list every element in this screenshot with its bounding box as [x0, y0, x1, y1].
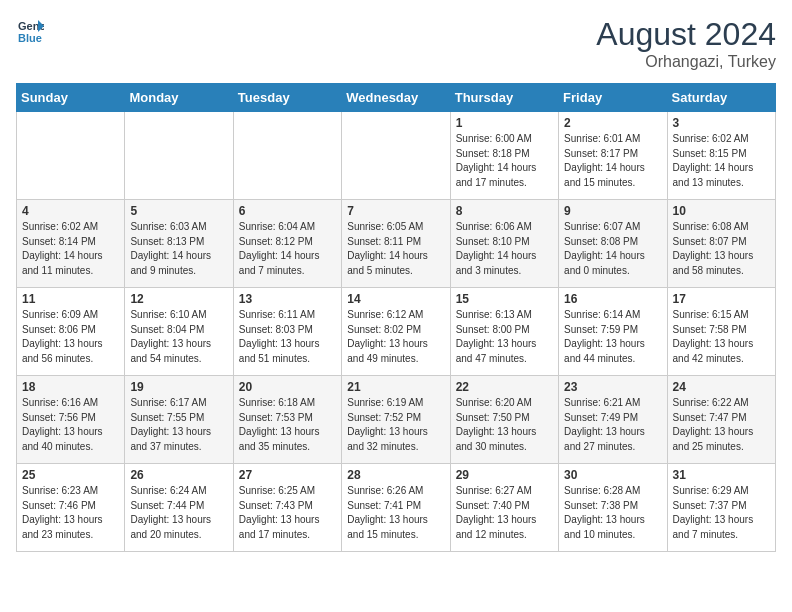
svg-text:Blue: Blue	[18, 32, 42, 44]
calendar-week-row: 25Sunrise: 6:23 AM Sunset: 7:46 PM Dayli…	[17, 464, 776, 552]
day-info: Sunrise: 6:22 AM Sunset: 7:47 PM Dayligh…	[673, 396, 770, 454]
day-number: 28	[347, 468, 444, 482]
day-number: 31	[673, 468, 770, 482]
calendar-table: SundayMondayTuesdayWednesdayThursdayFrid…	[16, 83, 776, 552]
calendar-day-cell: 9Sunrise: 6:07 AM Sunset: 8:08 PM Daylig…	[559, 200, 667, 288]
day-number: 26	[130, 468, 227, 482]
day-number: 21	[347, 380, 444, 394]
day-info: Sunrise: 6:11 AM Sunset: 8:03 PM Dayligh…	[239, 308, 336, 366]
calendar-day-cell: 30Sunrise: 6:28 AM Sunset: 7:38 PM Dayli…	[559, 464, 667, 552]
day-info: Sunrise: 6:10 AM Sunset: 8:04 PM Dayligh…	[130, 308, 227, 366]
calendar-day-cell: 27Sunrise: 6:25 AM Sunset: 7:43 PM Dayli…	[233, 464, 341, 552]
calendar-day-cell: 15Sunrise: 6:13 AM Sunset: 8:00 PM Dayli…	[450, 288, 558, 376]
day-info: Sunrise: 6:21 AM Sunset: 7:49 PM Dayligh…	[564, 396, 661, 454]
day-number: 27	[239, 468, 336, 482]
calendar-day-cell: 20Sunrise: 6:18 AM Sunset: 7:53 PM Dayli…	[233, 376, 341, 464]
day-info: Sunrise: 6:05 AM Sunset: 8:11 PM Dayligh…	[347, 220, 444, 278]
calendar-day-cell: 22Sunrise: 6:20 AM Sunset: 7:50 PM Dayli…	[450, 376, 558, 464]
day-number: 17	[673, 292, 770, 306]
calendar-day-cell	[125, 112, 233, 200]
day-number: 24	[673, 380, 770, 394]
calendar-day-cell	[233, 112, 341, 200]
calendar-week-row: 11Sunrise: 6:09 AM Sunset: 8:06 PM Dayli…	[17, 288, 776, 376]
day-info: Sunrise: 6:01 AM Sunset: 8:17 PM Dayligh…	[564, 132, 661, 190]
weekday-header-cell: Sunday	[17, 84, 125, 112]
calendar-day-cell: 26Sunrise: 6:24 AM Sunset: 7:44 PM Dayli…	[125, 464, 233, 552]
calendar-week-row: 18Sunrise: 6:16 AM Sunset: 7:56 PM Dayli…	[17, 376, 776, 464]
calendar-day-cell: 5Sunrise: 6:03 AM Sunset: 8:13 PM Daylig…	[125, 200, 233, 288]
day-number: 7	[347, 204, 444, 218]
day-info: Sunrise: 6:15 AM Sunset: 7:58 PM Dayligh…	[673, 308, 770, 366]
day-number: 4	[22, 204, 119, 218]
month-year-title: August 2024	[596, 16, 776, 53]
weekday-header-cell: Monday	[125, 84, 233, 112]
calendar-week-row: 4Sunrise: 6:02 AM Sunset: 8:14 PM Daylig…	[17, 200, 776, 288]
calendar-day-cell: 18Sunrise: 6:16 AM Sunset: 7:56 PM Dayli…	[17, 376, 125, 464]
calendar-day-cell: 4Sunrise: 6:02 AM Sunset: 8:14 PM Daylig…	[17, 200, 125, 288]
day-number: 16	[564, 292, 661, 306]
calendar-day-cell: 10Sunrise: 6:08 AM Sunset: 8:07 PM Dayli…	[667, 200, 775, 288]
calendar-day-cell: 2Sunrise: 6:01 AM Sunset: 8:17 PM Daylig…	[559, 112, 667, 200]
calendar-day-cell: 1Sunrise: 6:00 AM Sunset: 8:18 PM Daylig…	[450, 112, 558, 200]
calendar-week-row: 1Sunrise: 6:00 AM Sunset: 8:18 PM Daylig…	[17, 112, 776, 200]
weekday-header-cell: Tuesday	[233, 84, 341, 112]
calendar-day-cell: 11Sunrise: 6:09 AM Sunset: 8:06 PM Dayli…	[17, 288, 125, 376]
day-number: 22	[456, 380, 553, 394]
day-number: 30	[564, 468, 661, 482]
day-number: 15	[456, 292, 553, 306]
day-number: 10	[673, 204, 770, 218]
day-info: Sunrise: 6:25 AM Sunset: 7:43 PM Dayligh…	[239, 484, 336, 542]
calendar-day-cell: 24Sunrise: 6:22 AM Sunset: 7:47 PM Dayli…	[667, 376, 775, 464]
day-info: Sunrise: 6:23 AM Sunset: 7:46 PM Dayligh…	[22, 484, 119, 542]
day-number: 11	[22, 292, 119, 306]
day-number: 1	[456, 116, 553, 130]
calendar-day-cell	[342, 112, 450, 200]
day-info: Sunrise: 6:29 AM Sunset: 7:37 PM Dayligh…	[673, 484, 770, 542]
day-info: Sunrise: 6:03 AM Sunset: 8:13 PM Dayligh…	[130, 220, 227, 278]
calendar-day-cell: 29Sunrise: 6:27 AM Sunset: 7:40 PM Dayli…	[450, 464, 558, 552]
day-number: 20	[239, 380, 336, 394]
calendar-day-cell: 21Sunrise: 6:19 AM Sunset: 7:52 PM Dayli…	[342, 376, 450, 464]
calendar-day-cell: 23Sunrise: 6:21 AM Sunset: 7:49 PM Dayli…	[559, 376, 667, 464]
day-number: 5	[130, 204, 227, 218]
day-number: 13	[239, 292, 336, 306]
calendar-day-cell: 31Sunrise: 6:29 AM Sunset: 7:37 PM Dayli…	[667, 464, 775, 552]
day-number: 29	[456, 468, 553, 482]
day-number: 18	[22, 380, 119, 394]
calendar-body: 1Sunrise: 6:00 AM Sunset: 8:18 PM Daylig…	[17, 112, 776, 552]
title-block: August 2024 Orhangazi, Turkey	[596, 16, 776, 71]
calendar-day-cell: 13Sunrise: 6:11 AM Sunset: 8:03 PM Dayli…	[233, 288, 341, 376]
calendar-day-cell: 7Sunrise: 6:05 AM Sunset: 8:11 PM Daylig…	[342, 200, 450, 288]
day-info: Sunrise: 6:16 AM Sunset: 7:56 PM Dayligh…	[22, 396, 119, 454]
location-subtitle: Orhangazi, Turkey	[596, 53, 776, 71]
logo-icon: General Blue	[16, 16, 44, 44]
weekday-header-row: SundayMondayTuesdayWednesdayThursdayFrid…	[17, 84, 776, 112]
calendar-day-cell: 12Sunrise: 6:10 AM Sunset: 8:04 PM Dayli…	[125, 288, 233, 376]
calendar-day-cell: 3Sunrise: 6:02 AM Sunset: 8:15 PM Daylig…	[667, 112, 775, 200]
day-number: 3	[673, 116, 770, 130]
day-number: 8	[456, 204, 553, 218]
calendar-day-cell: 19Sunrise: 6:17 AM Sunset: 7:55 PM Dayli…	[125, 376, 233, 464]
day-info: Sunrise: 6:24 AM Sunset: 7:44 PM Dayligh…	[130, 484, 227, 542]
day-info: Sunrise: 6:13 AM Sunset: 8:00 PM Dayligh…	[456, 308, 553, 366]
calendar-day-cell: 6Sunrise: 6:04 AM Sunset: 8:12 PM Daylig…	[233, 200, 341, 288]
day-info: Sunrise: 6:28 AM Sunset: 7:38 PM Dayligh…	[564, 484, 661, 542]
day-number: 25	[22, 468, 119, 482]
day-number: 9	[564, 204, 661, 218]
day-info: Sunrise: 6:26 AM Sunset: 7:41 PM Dayligh…	[347, 484, 444, 542]
day-info: Sunrise: 6:14 AM Sunset: 7:59 PM Dayligh…	[564, 308, 661, 366]
day-info: Sunrise: 6:08 AM Sunset: 8:07 PM Dayligh…	[673, 220, 770, 278]
calendar-day-cell	[17, 112, 125, 200]
day-info: Sunrise: 6:18 AM Sunset: 7:53 PM Dayligh…	[239, 396, 336, 454]
weekday-header-cell: Saturday	[667, 84, 775, 112]
weekday-header-cell: Wednesday	[342, 84, 450, 112]
day-number: 2	[564, 116, 661, 130]
calendar-day-cell: 8Sunrise: 6:06 AM Sunset: 8:10 PM Daylig…	[450, 200, 558, 288]
page-header: General Blue August 2024 Orhangazi, Turk…	[16, 16, 776, 71]
day-info: Sunrise: 6:17 AM Sunset: 7:55 PM Dayligh…	[130, 396, 227, 454]
day-info: Sunrise: 6:02 AM Sunset: 8:15 PM Dayligh…	[673, 132, 770, 190]
day-info: Sunrise: 6:27 AM Sunset: 7:40 PM Dayligh…	[456, 484, 553, 542]
day-info: Sunrise: 6:19 AM Sunset: 7:52 PM Dayligh…	[347, 396, 444, 454]
day-number: 6	[239, 204, 336, 218]
day-number: 19	[130, 380, 227, 394]
